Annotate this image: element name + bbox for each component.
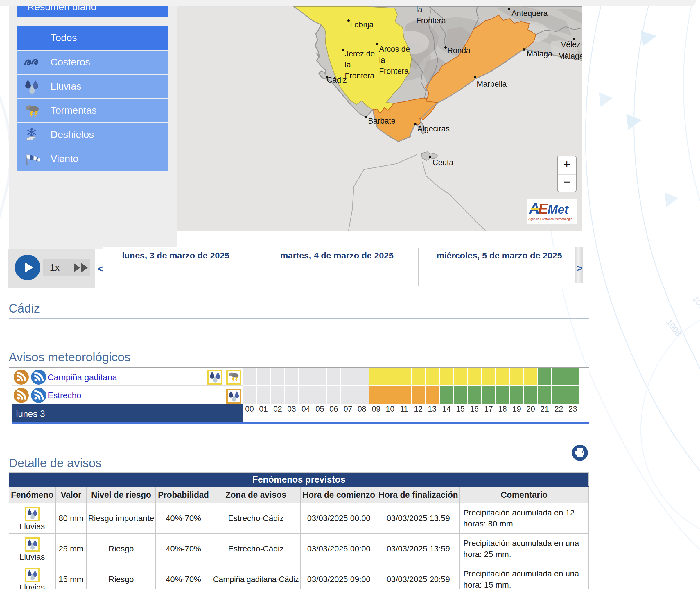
svg-text:Lebrija: Lebrija (350, 20, 374, 29)
svg-text:la: la (345, 60, 351, 69)
svg-text:Ceuta: Ceuta (432, 158, 454, 167)
svg-text:Barbate: Barbate (368, 117, 396, 125)
svg-text:Málaga: Málaga (527, 49, 553, 58)
svg-text:Málaga: Málaga (558, 52, 582, 60)
svg-text:Jerez de: Jerez de (345, 49, 375, 58)
svg-text:Cádiz: Cádiz (327, 75, 347, 84)
svg-text:Antequera: Antequera (511, 9, 548, 18)
svg-text:Frontera: Frontera (345, 71, 375, 80)
svg-text:Algeciras: Algeciras (417, 125, 450, 133)
svg-text:Marbella: Marbella (477, 80, 507, 88)
svg-text:Vélez-: Vélez- (561, 40, 582, 49)
svg-text:Frontera: Frontera (379, 67, 409, 75)
svg-text:la: la (416, 6, 423, 14)
svg-text:Ronda: Ronda (447, 46, 471, 55)
svg-text:Arcos de: Arcos de (379, 45, 410, 53)
svg-text:Frontera: Frontera (416, 16, 446, 25)
svg-text:la: la (379, 56, 385, 64)
svg-text:1012: 1012 (691, 294, 700, 315)
